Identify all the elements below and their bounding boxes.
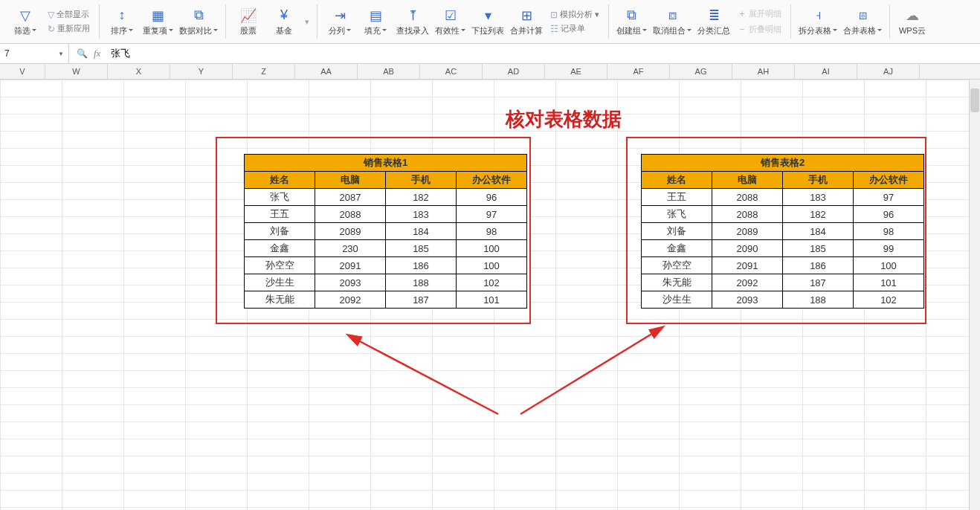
table-cell[interactable]: 2087 <box>315 189 386 206</box>
stocks-button[interactable]: 📈 股票 <box>231 6 266 38</box>
table-cell[interactable]: 97 <box>854 189 924 206</box>
table-cell[interactable]: 186 <box>783 257 854 274</box>
merge-table-button[interactable]: ⧆ 合并表格 <box>840 6 885 38</box>
table-cell[interactable]: 187 <box>386 291 457 309</box>
sort-button[interactable]: ↕ 排序 <box>104 6 140 38</box>
name-box[interactable]: 7 ▼ <box>0 44 69 63</box>
group-button[interactable]: ⧉ 创建组 <box>613 6 650 38</box>
col-header[interactable]: AC <box>420 64 483 79</box>
dedup-button[interactable]: ▦ 重复项 <box>140 6 176 38</box>
subtotal-button[interactable]: ≣ 分类汇总 <box>694 6 733 38</box>
table-cell[interactable]: 102 <box>854 291 924 309</box>
spreadsheet-grid[interactable]: 核对表格数据 销售表格1 姓名 电脑 手机 办公软件 张飞208718296王五… <box>0 80 980 510</box>
table-cell[interactable]: 金鑫 <box>245 240 315 257</box>
table-cell[interactable]: 朱无能 <box>245 291 315 309</box>
table-cell[interactable]: 张飞 <box>642 206 712 223</box>
table-cell[interactable]: 2091 <box>315 257 386 274</box>
dropdown-list-button[interactable]: ▾ 下拉列表 <box>468 6 507 38</box>
table-cell[interactable]: 刘备 <box>245 223 315 240</box>
col-header[interactable]: AI <box>795 64 857 79</box>
table-cell[interactable]: 185 <box>386 240 457 257</box>
table-cell[interactable]: 王五 <box>642 189 712 206</box>
table-cell[interactable]: 97 <box>457 206 527 223</box>
table-cell[interactable]: 孙空空 <box>642 257 712 274</box>
consolidate-button[interactable]: ⊞ 合并计算 <box>507 6 546 38</box>
fx-icon[interactable]: fx <box>94 48 100 59</box>
show-all-link[interactable]: ▽全部显示 <box>46 7 91 22</box>
col-header[interactable]: AG <box>670 64 732 79</box>
table-cell[interactable]: 2088 <box>315 206 386 223</box>
reapply-link[interactable]: ↻重新应用 <box>46 22 91 36</box>
validation-button[interactable]: ☑ 有效性 <box>432 6 468 38</box>
more-datatype-button[interactable]: ▾ <box>302 17 312 27</box>
table-cell[interactable]: 100 <box>457 257 527 274</box>
col-header[interactable]: AA <box>295 64 358 79</box>
table-cell[interactable]: 2089 <box>315 223 386 240</box>
table-cell[interactable]: 孙空空 <box>245 257 315 274</box>
table-cell[interactable]: 184 <box>386 223 457 240</box>
table-cell[interactable]: 101 <box>854 274 924 291</box>
table-cell[interactable]: 100 <box>457 240 527 257</box>
table-cell[interactable]: 96 <box>854 206 924 223</box>
table-cell[interactable]: 187 <box>783 274 854 291</box>
table-cell[interactable]: 2088 <box>712 189 783 206</box>
table-cell[interactable]: 188 <box>386 274 457 291</box>
table-cell[interactable]: 96 <box>457 189 527 206</box>
vertical-scrollbar[interactable] <box>969 80 980 510</box>
table-cell[interactable]: 2089 <box>712 223 783 240</box>
col-header[interactable]: Y <box>170 64 233 79</box>
table-cell[interactable]: 2088 <box>712 206 783 223</box>
scrollbar-thumb[interactable] <box>970 88 979 112</box>
table-cell[interactable]: 186 <box>386 257 457 274</box>
table-cell[interactable]: 182 <box>783 206 854 223</box>
table-cell[interactable]: 沙生生 <box>642 291 712 309</box>
data-compare-button[interactable]: ⧉ 数据对比 <box>176 6 221 38</box>
text-to-columns-button[interactable]: ⇥ 分列 <box>322 6 358 38</box>
table-cell[interactable]: 98 <box>457 223 527 240</box>
what-if-link[interactable]: ⊡模拟分析 ▾ <box>549 7 601 22</box>
col-header[interactable]: AH <box>732 64 795 79</box>
col-header[interactable]: AB <box>358 64 420 79</box>
table-cell[interactable]: 王五 <box>245 206 315 223</box>
zoom-icon[interactable]: 🔍 <box>77 48 88 59</box>
table-cell[interactable]: 2091 <box>712 257 783 274</box>
table-cell[interactable]: 刘备 <box>642 223 712 240</box>
table-cell[interactable]: 2093 <box>712 291 783 309</box>
col-header[interactable]: AF <box>607 64 670 79</box>
table-cell[interactable]: 2092 <box>712 274 783 291</box>
table-cell[interactable]: 金鑫 <box>642 240 712 257</box>
table-cell[interactable]: 182 <box>386 189 457 206</box>
table-cell[interactable]: 沙生生 <box>245 274 315 291</box>
formula-input[interactable] <box>108 44 980 63</box>
table-cell[interactable]: 183 <box>783 189 854 206</box>
col-header[interactable]: AE <box>545 64 607 79</box>
table-cell[interactable]: 188 <box>783 291 854 309</box>
expand-detail-link[interactable]: ＋展开明细 <box>736 6 783 22</box>
filter-button[interactable]: ▽ 筛选 <box>7 6 43 38</box>
wps-cloud-button[interactable]: ☁ WPS云 <box>894 6 930 38</box>
col-header[interactable]: V <box>0 64 45 79</box>
ungroup-button[interactable]: ⧈ 取消组合 <box>650 6 694 38</box>
table-cell[interactable]: 100 <box>854 257 924 274</box>
col-header[interactable]: AD <box>483 64 545 79</box>
table-cell[interactable]: 2092 <box>315 291 386 309</box>
fill-button[interactable]: ▤ 填充 <box>358 6 393 38</box>
funds-button[interactable]: ¥ 基金 <box>266 6 302 38</box>
table-cell[interactable]: 朱无能 <box>642 274 712 291</box>
table-cell[interactable]: 230 <box>315 240 386 257</box>
split-table-button[interactable]: ⫞ 拆分表格 <box>796 6 840 38</box>
col-header[interactable]: W <box>45 64 108 79</box>
col-header[interactable]: AJ <box>857 64 920 79</box>
col-header[interactable]: X <box>108 64 170 79</box>
table-cell[interactable]: 183 <box>386 206 457 223</box>
table-cell[interactable]: 2090 <box>712 240 783 257</box>
collapse-detail-link[interactable]: －折叠明细 <box>736 22 783 37</box>
col-header[interactable]: Z <box>233 64 295 79</box>
table-cell[interactable]: 99 <box>854 240 924 257</box>
record-form-link[interactable]: ☷记录单 <box>549 22 587 36</box>
table-cell[interactable]: 185 <box>783 240 854 257</box>
table-cell[interactable]: 102 <box>457 274 527 291</box>
table-cell[interactable]: 2093 <box>315 274 386 291</box>
table-cell[interactable]: 98 <box>854 223 924 240</box>
find-input-button[interactable]: ⤒ 查找录入 <box>393 6 432 38</box>
